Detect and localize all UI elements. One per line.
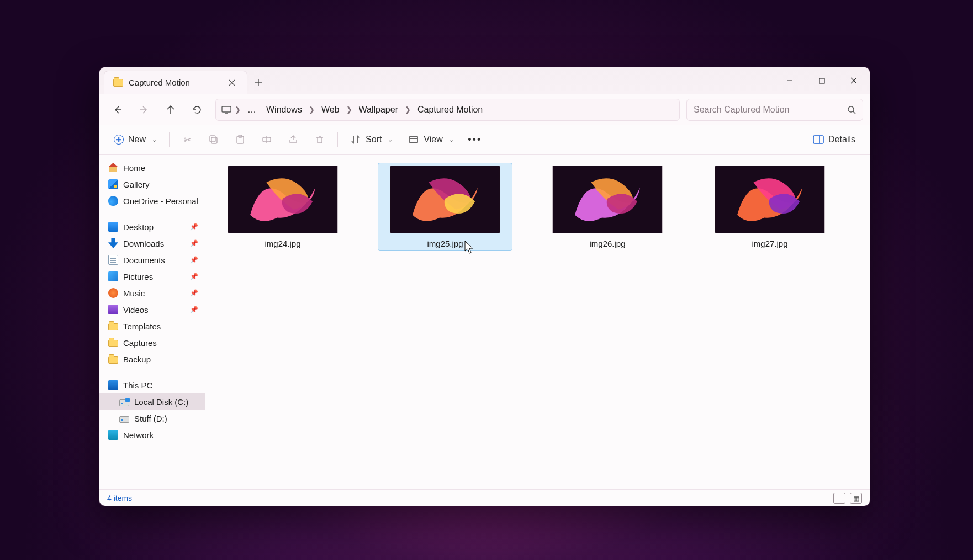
view-list-button[interactable]: ≣: [833, 493, 845, 504]
sidebar-item-gallery[interactable]: Gallery: [99, 176, 205, 193]
more-button[interactable]: •••: [463, 129, 487, 151]
details-pane-button[interactable]: Details: [806, 129, 862, 151]
chevron-right-icon: ❯: [405, 105, 411, 114]
paste-button[interactable]: [228, 129, 252, 151]
arrow-right-icon: [139, 105, 149, 115]
sidebar-item-templates[interactable]: Templates: [99, 318, 205, 334]
view-grid-button[interactable]: ▦: [850, 493, 862, 504]
pin-icon: 📌: [190, 239, 198, 247]
breadcrumb-seg-0[interactable]: Windows: [263, 103, 305, 117]
sidebar-item-onedrive-personal[interactable]: OneDrive - Personal: [99, 193, 205, 209]
delete-button[interactable]: [308, 129, 332, 151]
minimize-icon: [786, 77, 793, 84]
sidebar-label: Templates: [123, 322, 161, 331]
list-icon: ≣: [837, 494, 842, 502]
chevron-right-icon: ❯: [235, 105, 241, 114]
back-button[interactable]: [106, 99, 129, 121]
view-icon: [408, 134, 419, 145]
documents-icon: [108, 255, 118, 265]
arrow-up-icon: [166, 105, 176, 115]
sidebar-item-home[interactable]: Home: [99, 159, 205, 176]
sidebar-label: Backup: [123, 355, 151, 364]
up-button[interactable]: [159, 99, 182, 121]
plus-circle-icon: [114, 135, 124, 145]
sidebar-item-desktop[interactable]: Desktop📌: [99, 218, 205, 235]
search-input[interactable]: [694, 105, 842, 115]
grid-icon: ▦: [853, 494, 859, 502]
sidebar-item-captures[interactable]: Captures: [99, 334, 205, 351]
more-icon: •••: [469, 134, 480, 145]
forward-button[interactable]: [133, 99, 156, 121]
breadcrumb-overflow[interactable]: …: [244, 103, 260, 117]
sidebar-item-documents[interactable]: Documents📌: [99, 252, 205, 268]
file-item-img26-jpg[interactable]: img26.jpg: [540, 163, 675, 251]
close-window-button[interactable]: [838, 67, 870, 94]
pictures-icon: [108, 271, 118, 281]
file-item-img25-jpg[interactable]: img25.jpg: [378, 163, 512, 251]
sidebar-item-music[interactable]: Music📌: [99, 285, 205, 301]
file-item-img27-jpg[interactable]: img27.jpg: [702, 163, 837, 251]
file-name: img26.jpg: [589, 239, 625, 248]
refresh-button[interactable]: [186, 99, 209, 121]
close-tab-button[interactable]: [225, 76, 239, 90]
downloads-icon: [108, 238, 118, 248]
sidebar-item-videos[interactable]: Videos📌: [99, 301, 205, 318]
sidebar-item-network[interactable]: Network: [99, 426, 205, 443]
this-pc-icon: [108, 380, 118, 390]
breadcrumb-seg-2[interactable]: Wallpaper: [356, 103, 401, 117]
search-box[interactable]: [686, 99, 863, 121]
navbar: ❯ … Windows ❯ Web ❯ Wallpaper ❯ Captured…: [99, 94, 870, 125]
sidebar-label: Stuff (D:): [134, 414, 167, 423]
view-button[interactable]: View ⌄: [401, 129, 460, 151]
status-count: 4 items: [107, 494, 132, 503]
close-icon: [850, 77, 857, 84]
sidebar-item-drive-d[interactable]: Stuff (D:): [99, 410, 205, 426]
details-label: Details: [828, 135, 855, 145]
copy-button[interactable]: [202, 129, 226, 151]
cut-button[interactable]: ✂: [175, 129, 199, 151]
sidebar-item-downloads[interactable]: Downloads📌: [99, 235, 205, 252]
sidebar-item-pictures[interactable]: Pictures📌: [99, 268, 205, 285]
tab-captured-motion[interactable]: Captured Motion: [104, 71, 247, 94]
svg-rect-9: [813, 136, 823, 143]
sidebar-label: Desktop: [123, 222, 154, 232]
file-grid[interactable]: img24.jpg img25.jpg img26.jpg img27.jpg: [205, 155, 870, 489]
pin-icon: 📌: [190, 256, 198, 264]
svg-point-2: [848, 106, 854, 112]
chevron-down-icon: ⌄: [388, 136, 393, 143]
sort-button[interactable]: Sort ⌄: [343, 129, 399, 151]
new-button[interactable]: New ⌄: [107, 129, 163, 151]
arrow-left-icon: [113, 105, 123, 115]
drive-icon: [119, 399, 129, 406]
sidebar-label: Pictures: [123, 272, 153, 281]
sidebar-item-this-pc[interactable]: This PC: [99, 377, 205, 393]
thumbnail: [228, 166, 338, 233]
desktop-icon: [108, 222, 118, 232]
sidebar-item-drive-c[interactable]: Local Disk (C:): [99, 393, 205, 410]
new-tab-button[interactable]: [247, 71, 269, 94]
maximize-button[interactable]: [806, 67, 838, 94]
copy-icon: [208, 134, 219, 145]
pin-icon: 📌: [190, 273, 198, 280]
maximize-icon: [819, 78, 825, 84]
details-pane-icon: [813, 134, 824, 145]
sidebar-label: Home: [123, 163, 145, 173]
rename-button[interactable]: [255, 129, 279, 151]
file-item-img24-jpg[interactable]: img24.jpg: [215, 163, 350, 251]
folder-icon: [113, 79, 123, 87]
pin-icon: 📌: [190, 289, 198, 297]
sort-icon: [350, 134, 361, 145]
minimize-button[interactable]: [774, 67, 806, 94]
network-icon: [108, 430, 118, 440]
separator: [107, 214, 197, 214]
breadcrumb-seg-3[interactable]: Captured Motion: [414, 103, 486, 117]
paste-icon: [235, 134, 246, 145]
breadcrumb-seg-1[interactable]: Web: [318, 103, 343, 117]
address-bar[interactable]: ❯ … Windows ❯ Web ❯ Wallpaper ❯ Captured…: [215, 99, 680, 121]
svg-rect-4: [210, 136, 215, 142]
sidebar-item-backup[interactable]: Backup: [99, 351, 205, 367]
share-button[interactable]: [281, 129, 305, 151]
sidebar-label: Documents: [123, 255, 165, 265]
titlebar: Captured Motion: [99, 67, 870, 94]
sidebar-label: This PC: [123, 381, 152, 390]
